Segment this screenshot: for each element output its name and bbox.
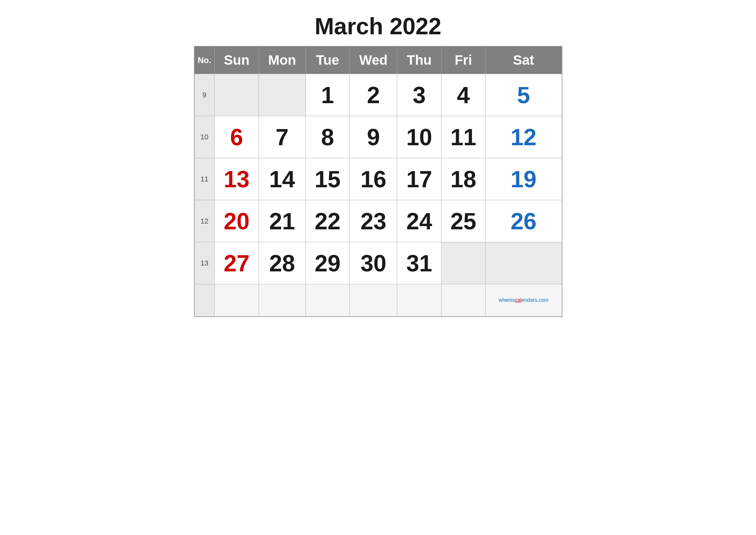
header-thu: Thu — [397, 46, 441, 74]
calendar-table: No. Sun Mon Tue Wed Thu Fri Sat 91234510… — [194, 46, 562, 317]
empty-row: wheniscalendars.com — [194, 284, 562, 317]
header-mon: Mon — [258, 46, 306, 74]
day-cell[interactable]: 3 — [397, 74, 441, 116]
week-number: 12 — [194, 200, 215, 242]
header-fri: Fri — [441, 46, 485, 74]
week-row: 912345 — [194, 74, 562, 116]
day-cell[interactable]: 18 — [441, 158, 485, 200]
day-cell[interactable]: 15 — [306, 158, 349, 200]
header-row: No. Sun Mon Tue Wed Thu Fri Sat — [194, 46, 562, 74]
day-cell[interactable]: 17 — [397, 158, 441, 200]
week-row: 106789101112 — [194, 116, 562, 158]
day-cell[interactable]: 16 — [350, 158, 397, 200]
day-cell[interactable]: 1 — [306, 74, 349, 116]
watermark-cell[interactable]: wheniscalendars.com — [485, 284, 562, 317]
day-cell[interactable] — [258, 74, 306, 116]
day-cell[interactable] — [485, 242, 562, 284]
empty-cell — [258, 284, 306, 317]
empty-cell — [350, 284, 397, 317]
day-cell[interactable]: 23 — [350, 200, 397, 242]
header-no: No. — [194, 46, 215, 74]
day-cell[interactable]: 27 — [215, 242, 258, 284]
day-cell[interactable]: 25 — [441, 200, 485, 242]
header-sat: Sat — [485, 46, 562, 74]
day-cell[interactable]: 10 — [397, 116, 441, 158]
day-cell[interactable]: 26 — [485, 200, 562, 242]
week-number: 11 — [194, 158, 215, 200]
empty-cell — [397, 284, 441, 317]
week-row: 1220212223242526 — [194, 200, 562, 242]
week-row: 1113141516171819 — [194, 158, 562, 200]
header-wed: Wed — [350, 46, 397, 74]
day-cell[interactable]: 9 — [350, 116, 397, 158]
day-cell[interactable]: 21 — [258, 200, 306, 242]
header-sun: Sun — [215, 46, 258, 74]
day-cell[interactable]: 19 — [485, 158, 562, 200]
week-number: 9 — [194, 74, 215, 116]
watermark-link[interactable]: wheniscalendars.com — [499, 297, 549, 303]
day-cell[interactable]: 12 — [485, 116, 562, 158]
day-cell[interactable]: 11 — [441, 116, 485, 158]
day-cell[interactable] — [441, 242, 485, 284]
week-row: 132728293031 — [194, 242, 562, 284]
day-cell[interactable]: 29 — [306, 242, 349, 284]
day-cell[interactable]: 8 — [306, 116, 349, 158]
day-cell[interactable]: 4 — [441, 74, 485, 116]
empty-cell — [215, 284, 258, 317]
week-number: 10 — [194, 116, 215, 158]
empty-cell — [441, 284, 485, 317]
day-cell[interactable]: 20 — [215, 200, 258, 242]
calendar-container: March 2022 No. Sun Mon Tue Wed Thu Fri S… — [184, 7, 572, 330]
day-cell[interactable]: 28 — [258, 242, 306, 284]
calendar-title: March 2022 — [194, 13, 562, 40]
header-tue: Tue — [306, 46, 349, 74]
day-cell[interactable]: 6 — [215, 116, 258, 158]
day-cell[interactable]: 13 — [215, 158, 258, 200]
day-cell[interactable]: 30 — [350, 242, 397, 284]
week-number: 13 — [194, 242, 215, 284]
day-cell[interactable] — [215, 74, 258, 116]
day-cell[interactable]: 5 — [485, 74, 562, 116]
day-cell[interactable]: 14 — [258, 158, 306, 200]
day-cell[interactable]: 22 — [306, 200, 349, 242]
day-cell[interactable]: 24 — [397, 200, 441, 242]
day-cell[interactable]: 2 — [350, 74, 397, 116]
empty-cell — [306, 284, 349, 317]
day-cell[interactable]: 31 — [397, 242, 441, 284]
week-number-empty — [194, 284, 215, 317]
day-cell[interactable]: 7 — [258, 116, 306, 158]
